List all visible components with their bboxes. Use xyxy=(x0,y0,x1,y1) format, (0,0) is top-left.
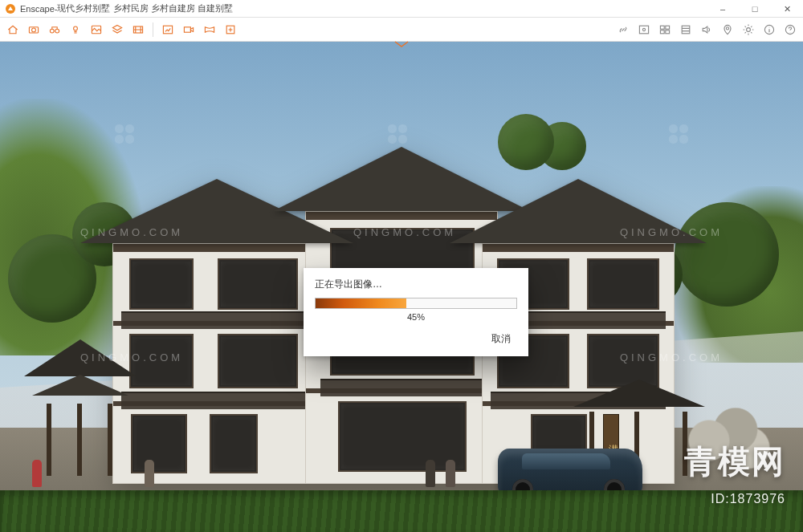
render-viewport[interactable]: 潜宅 QINGMO.COM QINGMO.COM QINGMO.COM QING… xyxy=(0,42,803,532)
info-icon[interactable] xyxy=(760,20,779,39)
window xyxy=(218,334,298,388)
toolbar xyxy=(0,18,803,42)
map-pin-icon[interactable] xyxy=(718,20,737,39)
window xyxy=(218,258,298,310)
svg-rect-14 xyxy=(666,26,670,29)
svg-point-12 xyxy=(642,28,645,30)
progress-percent: 45% xyxy=(315,312,517,322)
progress-bar xyxy=(315,298,517,309)
image-settings-icon[interactable] xyxy=(634,20,654,39)
link-icon[interactable] xyxy=(613,20,633,39)
pavilion xyxy=(32,339,128,476)
dialog-title: 正在导出图像… xyxy=(315,278,517,291)
close-button[interactable]: ✕ xyxy=(771,0,803,18)
maximize-glyph: □ xyxy=(752,4,758,14)
maximize-button[interactable]: □ xyxy=(739,0,771,18)
window-controls: – □ ✕ xyxy=(707,0,803,18)
app-name: Enscape xyxy=(20,4,55,14)
close-glyph: ✕ xyxy=(784,4,791,14)
export-progress-dialog: 正在导出图像… 45% 取消 xyxy=(304,268,528,356)
pavilion-post xyxy=(77,404,82,476)
window xyxy=(210,414,258,473)
window xyxy=(131,414,187,473)
export-image-icon[interactable] xyxy=(158,20,177,39)
light-icon[interactable] xyxy=(66,20,85,39)
binoculars-icon[interactable] xyxy=(45,20,64,39)
asset-library-icon[interactable] xyxy=(655,20,675,39)
export-exe-icon[interactable] xyxy=(221,20,240,39)
pavilion-roof-upper xyxy=(24,339,137,376)
dialog-actions: 取消 xyxy=(315,330,517,348)
svg-point-5 xyxy=(74,26,78,30)
balcony xyxy=(121,392,312,409)
eave xyxy=(113,244,320,252)
help-icon[interactable] xyxy=(781,20,800,39)
svg-point-19 xyxy=(747,27,751,31)
svg-rect-16 xyxy=(666,30,670,33)
person xyxy=(426,460,435,487)
person xyxy=(446,460,455,487)
svg-rect-13 xyxy=(660,26,664,29)
scene-icon[interactable] xyxy=(87,20,106,39)
svg-rect-11 xyxy=(639,26,648,34)
export-video-icon[interactable] xyxy=(179,20,198,39)
film-icon[interactable] xyxy=(128,20,148,39)
svg-point-4 xyxy=(55,29,59,33)
toolbar-pulldown-icon[interactable] xyxy=(394,41,409,47)
pavilion-post xyxy=(108,404,112,476)
roof-right xyxy=(450,179,707,243)
balcony xyxy=(121,311,312,329)
person xyxy=(32,460,42,487)
svg-rect-17 xyxy=(682,26,690,34)
svg-point-3 xyxy=(50,29,54,33)
svg-point-18 xyxy=(726,26,728,29)
svg-rect-15 xyxy=(660,30,664,33)
title-bar: Enscape - 现代乡村别墅 乡村民房 乡村自建房 自建别墅 – □ ✕ xyxy=(0,0,803,18)
svg-rect-8 xyxy=(163,26,172,34)
svg-point-2 xyxy=(32,28,36,32)
rockery xyxy=(683,397,771,469)
minimize-glyph: – xyxy=(720,4,725,14)
window xyxy=(129,334,194,388)
progress-fill xyxy=(316,298,406,308)
export-pano-icon[interactable] xyxy=(200,20,219,39)
sliders-icon[interactable] xyxy=(739,20,758,39)
balcony xyxy=(320,379,483,396)
window xyxy=(129,258,194,310)
eave xyxy=(483,244,674,252)
visual-settings-icon[interactable] xyxy=(676,20,695,39)
building-wing-left xyxy=(112,243,321,484)
app-logo-icon xyxy=(5,3,16,14)
car xyxy=(498,449,642,493)
car-glass xyxy=(522,453,610,469)
cancel-button[interactable]: 取消 xyxy=(485,330,517,348)
pavilion-roof-lower xyxy=(32,375,128,396)
pavilion-post xyxy=(47,404,51,476)
svg-rect-9 xyxy=(184,26,190,31)
home-icon[interactable] xyxy=(3,20,22,39)
sound-icon[interactable] xyxy=(697,20,716,39)
minimize-button[interactable]: – xyxy=(707,0,739,18)
window xyxy=(587,258,659,310)
person xyxy=(145,460,154,487)
layers-icon[interactable] xyxy=(108,20,127,39)
toolbar-right-group xyxy=(613,20,800,39)
camera-icon[interactable] xyxy=(24,20,43,39)
foreground-hedge xyxy=(0,490,803,532)
toolbar-separator xyxy=(153,22,153,37)
document-title: 现代乡村别墅 乡村民房 乡村自建房 自建别墅 xyxy=(57,2,232,14)
